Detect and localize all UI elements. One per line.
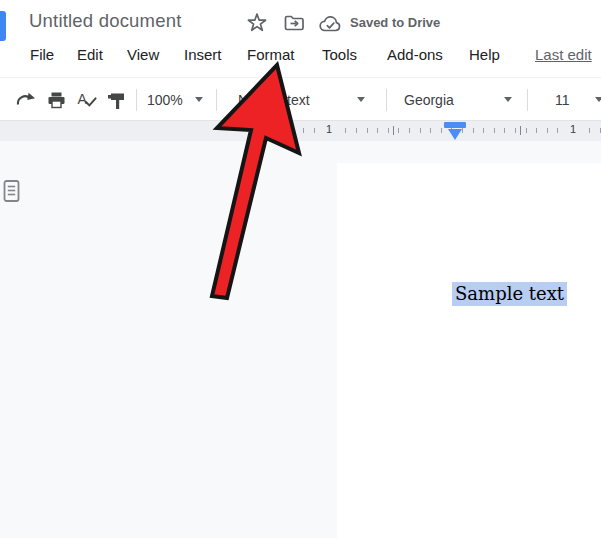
menu-file[interactable]: File xyxy=(30,46,54,63)
document-title-input[interactable]: Untitled document xyxy=(29,10,182,32)
svg-text:A: A xyxy=(78,91,88,107)
menu-add-ons[interactable]: Add-ons xyxy=(387,46,443,63)
move-to-folder-button[interactable] xyxy=(281,11,307,37)
zoom-select[interactable]: 100% xyxy=(147,92,183,108)
menu-view[interactable]: View xyxy=(127,46,159,63)
font-size-select[interactable]: 11 xyxy=(555,92,570,108)
ruler-label: 1 xyxy=(566,123,580,136)
menu-edit[interactable]: Edit xyxy=(77,46,103,63)
star-button[interactable] xyxy=(244,11,270,37)
spell-check-icon: A xyxy=(75,99,98,114)
menu-format[interactable]: Format xyxy=(247,46,295,63)
divider xyxy=(0,77,601,78)
saved-status-button[interactable] xyxy=(317,12,343,38)
font-family-select[interactable]: Georgia xyxy=(404,92,454,108)
document-outline-icon xyxy=(3,193,23,208)
toolbar-separator xyxy=(136,89,137,111)
google-docs-window: Untitled document Saved to Drive File Ed… xyxy=(0,0,601,538)
menu-help[interactable]: Help xyxy=(469,46,500,63)
chevron-down-icon[interactable] xyxy=(195,97,203,102)
cloud-saved-icon xyxy=(318,13,342,38)
chevron-down-icon[interactable] xyxy=(595,97,601,102)
paragraph-style-select[interactable]: Normal text xyxy=(238,92,310,108)
last-edit-link[interactable]: Last edit xyxy=(535,46,592,63)
toolbar-separator xyxy=(527,89,528,111)
ruler-tick-major xyxy=(520,126,521,135)
selected-text[interactable]: Sample text xyxy=(452,282,567,306)
redo-button[interactable] xyxy=(14,90,37,113)
menu-tools[interactable]: Tools xyxy=(322,46,357,63)
document-page[interactable]: Sample text xyxy=(337,163,601,538)
saved-status-label: Saved to Drive xyxy=(350,15,440,30)
print-icon xyxy=(46,98,67,113)
ruler-tick-major xyxy=(393,126,394,135)
toolbar-separator xyxy=(386,89,387,111)
paint-format-button[interactable] xyxy=(105,90,127,114)
chevron-down-icon[interactable] xyxy=(504,97,512,102)
first-line-indent-marker[interactable] xyxy=(444,122,466,128)
move-to-folder-icon xyxy=(283,12,305,37)
ruler-label: 1 xyxy=(322,123,336,136)
spell-check-button[interactable]: A xyxy=(75,90,98,114)
show-outline-button[interactable] xyxy=(0,178,26,208)
docs-logo-icon[interactable] xyxy=(0,11,6,41)
left-indent-marker[interactable] xyxy=(448,129,462,140)
menu-insert[interactable]: Insert xyxy=(184,46,222,63)
chevron-down-icon[interactable] xyxy=(357,97,365,102)
toolbar-separator xyxy=(216,89,217,111)
star-icon xyxy=(246,12,268,37)
paint-format-icon xyxy=(105,99,127,114)
document-canvas: Sample text xyxy=(0,141,601,538)
print-button[interactable] xyxy=(46,90,67,113)
redo-icon xyxy=(14,98,37,113)
